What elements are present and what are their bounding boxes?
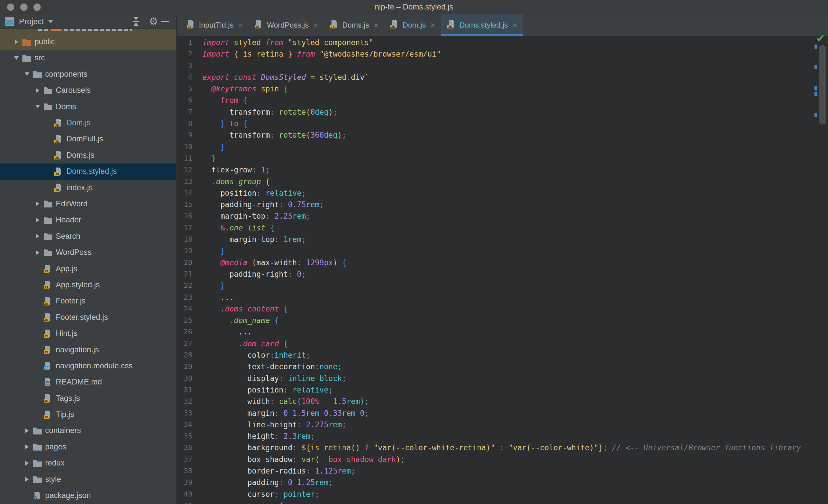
chevron-collapsed-icon[interactable] (36, 234, 39, 238)
code-line-21[interactable]: 21 padding-right: 0; (176, 268, 828, 280)
code-line-17[interactable]: 17 &.one_list { (176, 222, 828, 234)
code-line-30[interactable]: 30 display: inline-block; (176, 373, 828, 384)
chevron-expanded-icon[interactable] (35, 105, 40, 108)
tree-row-Doms[interactable]: Doms (0, 99, 176, 114)
chevron-collapsed-icon[interactable] (25, 461, 29, 465)
tree-row-Carousels[interactable]: Carousels (0, 83, 176, 99)
tree-row-style[interactable]: style (0, 471, 176, 487)
line-number[interactable]: 8 (176, 118, 192, 129)
close-tab-icon[interactable]: × (374, 21, 378, 30)
tree-row-Tags.js[interactable]: JSTags.js (0, 390, 176, 406)
tree-row-containers[interactable]: containers (0, 423, 176, 439)
code-line-20[interactable]: 20 @media (max-width: 1299px) { (176, 257, 828, 268)
code-line-39[interactable]: 39 padding: 0 1.25rem; (176, 477, 828, 488)
chevron-collapsed-icon[interactable] (15, 40, 18, 44)
code-line-1[interactable]: 1import styled from "styled-components" (176, 37, 828, 48)
tree-row-Doms.styled.js[interactable]: JSDoms.styled.js (0, 164, 176, 180)
chevron-collapsed-icon[interactable] (25, 445, 29, 449)
tree-row-public[interactable]: public (0, 34, 176, 50)
close-tab-icon[interactable]: × (430, 21, 435, 30)
tree-row-Hint.js[interactable]: JSHint.js (0, 325, 176, 341)
code-line-12[interactable]: 12 flex-grow: 1; (176, 164, 828, 176)
line-number[interactable]: 13 (176, 176, 192, 187)
collapse-all-button[interactable] (130, 16, 142, 27)
code-line-24[interactable]: 24 .doms_content { (176, 303, 828, 315)
code-line-5[interactable]: 5 @keyframes spin { (176, 83, 828, 95)
line-number[interactable]: 27 (176, 338, 192, 350)
tree-row-navigation.module.css[interactable]: CSSnavigation.module.css (0, 358, 176, 374)
tab-Dom.js[interactable]: JSDom.js× (384, 14, 441, 36)
line-number[interactable]: 35 (176, 430, 192, 442)
line-number[interactable]: 10 (176, 141, 192, 152)
project-view-selector[interactable]: Project (19, 17, 44, 26)
tree-row-DomFull.js[interactable]: JSDomFull.js (0, 131, 176, 147)
chevron-collapsed-icon[interactable] (36, 250, 39, 255)
code-line-3[interactable]: 3 (176, 60, 828, 72)
code-line-8[interactable]: 8 } to { (176, 118, 828, 129)
chevron-collapsed-icon[interactable] (25, 477, 29, 482)
hide-panel-button[interactable] (159, 16, 171, 27)
line-number[interactable]: 19 (176, 245, 192, 257)
tree-row-redux[interactable]: redux (0, 455, 176, 471)
vertical-scrollbar[interactable] (819, 45, 826, 125)
line-number[interactable]: 21 (176, 268, 192, 280)
code-line-22[interactable]: 22 } (176, 280, 828, 291)
tab-Doms.js[interactable]: JSDoms.js× (324, 14, 384, 36)
code-line-32[interactable]: 32 width: calc(100% - 1.5rem); (176, 396, 828, 407)
line-number[interactable]: 14 (176, 187, 192, 199)
code-line-13[interactable]: 13 .doms_group { (176, 176, 828, 187)
code-line-33[interactable]: 33 margin: 0 1.5rem 0.33rem 0; (176, 407, 828, 419)
line-number[interactable]: 22 (176, 280, 192, 291)
code-line-25[interactable]: 25 .dom_name { (176, 315, 828, 326)
tree-row-Dom.js[interactable]: JSDom.js (0, 114, 176, 131)
tree-row-EditWord[interactable]: EditWord (0, 196, 176, 212)
code-line-10[interactable]: 10 } (176, 141, 828, 152)
line-number[interactable]: 20 (176, 257, 192, 268)
chevron-collapsed-icon[interactable] (36, 218, 39, 222)
line-number[interactable]: 17 (176, 222, 192, 234)
panel-splitter[interactable] (176, 14, 177, 504)
tree-row-src[interactable]: src (0, 50, 176, 66)
code-line-35[interactable]: 35 height: 2.3rem; (176, 430, 828, 442)
code-line-9[interactable]: 9 transform: rotate(360deg); (176, 129, 828, 141)
code-line-41[interactable]: 41 .price { (176, 500, 828, 504)
code-line-11[interactable]: 11 } (176, 152, 828, 164)
code-line-31[interactable]: 31 position: relative; (176, 384, 828, 396)
line-number[interactable]: 25 (176, 315, 192, 326)
line-number[interactable]: 11 (176, 152, 192, 164)
line-number[interactable]: 39 (176, 477, 192, 488)
close-tab-icon[interactable]: × (512, 21, 517, 30)
code-line-34[interactable]: 34 line-height: 2.275rem; (176, 419, 828, 430)
code-line-26[interactable]: 26 ... (176, 326, 828, 338)
tree-row-index.js[interactable]: JSindex.js (0, 180, 176, 196)
line-number[interactable]: 18 (176, 234, 192, 245)
tab-Doms.styled.js[interactable]: JSDoms.styled.js× (441, 14, 523, 36)
line-number[interactable]: 33 (176, 407, 192, 419)
line-number[interactable]: 31 (176, 384, 192, 396)
chevron-collapsed-icon[interactable] (36, 201, 39, 206)
code-line-4[interactable]: 4export const DomsStyled = styled.div` (176, 72, 828, 83)
code-editor-surface[interactable]: 1import styled from "styled-components"2… (176, 36, 828, 504)
chevron-down-icon[interactable] (48, 20, 53, 23)
chevron-expanded-icon[interactable] (25, 73, 29, 76)
tree-row-Doms.js[interactable]: JSDoms.js (0, 147, 176, 163)
tree-row-App.js[interactable]: JSApp.js (0, 261, 176, 277)
tree-row-Tip.js[interactable]: JSTip.js (0, 406, 176, 422)
line-number[interactable]: 7 (176, 106, 192, 118)
code-line-36[interactable]: 36 background: ${is_retina() ? "var(--co… (176, 442, 828, 453)
tab-InputTld.js[interactable]: JSInputTld.js× (180, 14, 248, 36)
line-number[interactable]: 26 (176, 326, 192, 338)
settings-button[interactable]: ⚙ (148, 16, 159, 27)
code-line-14[interactable]: 14 position: relative; (176, 187, 828, 199)
line-number[interactable]: 34 (176, 419, 192, 430)
tree-row-App.styled.js[interactable]: JSApp.styled.js (0, 277, 176, 293)
tree-row-pages[interactable]: pages (0, 439, 176, 455)
code-line-16[interactable]: 16 margin-top: 2.25rem; (176, 210, 828, 222)
line-number[interactable]: 6 (176, 95, 192, 106)
line-number[interactable]: 16 (176, 210, 192, 222)
line-number[interactable]: 32 (176, 396, 192, 407)
code-line-23[interactable]: 23 ... (176, 292, 828, 303)
line-number[interactable]: 12 (176, 164, 192, 176)
line-number[interactable]: 3 (176, 60, 192, 72)
line-number[interactable]: 2 (176, 48, 192, 60)
